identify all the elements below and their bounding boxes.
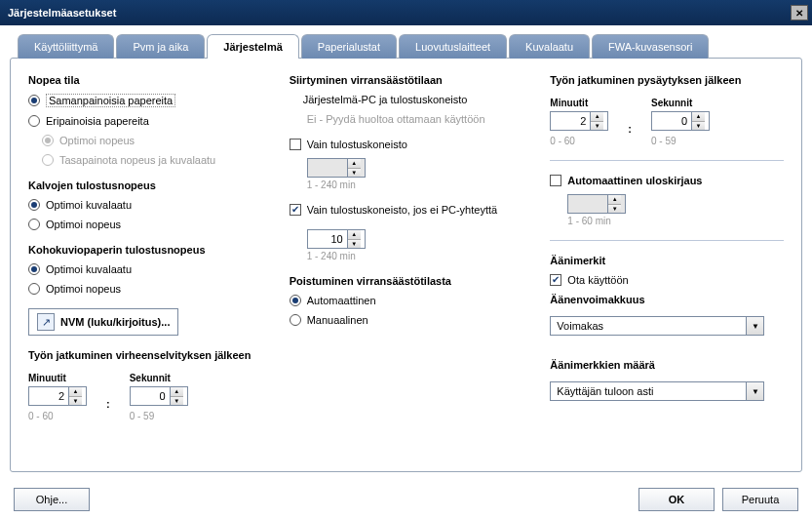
up-arrow-icon[interactable]: ▲: [171, 387, 183, 397]
up-arrow-icon: ▲: [608, 195, 621, 205]
fastmode-heading: Nopea tila: [28, 74, 262, 86]
radio-icon: [42, 135, 54, 146]
help-button[interactable]: Ohje...: [14, 488, 90, 511]
down-arrow-icon[interactable]: ▼: [171, 397, 183, 406]
exitps-opt1-label: Automaattinen: [307, 295, 376, 306]
ok-button[interactable]: OK: [638, 488, 715, 511]
chevron-down-icon[interactable]: ▼: [746, 317, 763, 335]
resume-stop-sec-input[interactable]: [652, 112, 691, 130]
tab-quality[interactable]: Kuvalaatu: [509, 34, 590, 59]
exitps-opt1[interactable]: Automaattinen: [290, 295, 523, 306]
emboss-opt2-label: Optimoi nopeus: [46, 283, 121, 295]
window-title: Järjestelmäasetukset: [4, 7, 791, 19]
volume-value: Voimakas: [551, 317, 746, 335]
resume-err-heading: Työn jatkuminen virheenselvityksen jälke…: [28, 349, 262, 361]
enterps-line2: Ei - Pyydä huoltoa ottamaan käyttöön: [307, 113, 523, 125]
min-label: Minuutit: [28, 373, 87, 383]
up-arrow-icon[interactable]: ▲: [348, 230, 361, 240]
tab-datetime[interactable]: Pvm ja aika: [116, 34, 205, 59]
nvm-label: NVM (luku/kirjoitus)...: [60, 316, 170, 328]
tab-output[interactable]: Luovutuslaitteet: [399, 34, 507, 59]
emboss-opt1[interactable]: Optimoi kuvalaatu: [28, 263, 262, 275]
resume-err-sec-spinner[interactable]: ▲▼: [130, 386, 188, 406]
trans-opt2[interactable]: Optimoi nopeus: [28, 219, 262, 230]
printonly-check[interactable]: Vain tulostuskoneisto: [290, 139, 523, 150]
enterps-line1: Järjestelmä-PC ja tulostuskoneisto: [303, 94, 523, 105]
checkbox-icon: ✔: [290, 204, 301, 216]
autologoff-spinner: ▲▼: [567, 194, 626, 214]
printonly-input: [308, 159, 347, 177]
up-arrow-icon[interactable]: ▲: [69, 387, 82, 397]
soundcount-dropdown[interactable]: Käyttäjän tuloon asti ▼: [550, 381, 764, 401]
col-left: Nopea tila Samanpainoisia papereita Erip…: [28, 72, 262, 458]
fastmode-opt1[interactable]: Samanpainoisia papereita: [28, 94, 262, 107]
radio-icon: [28, 283, 40, 295]
radio-icon: [28, 219, 40, 230]
sounds-enable-check[interactable]: ✔ Ota käyttöön: [550, 274, 784, 286]
footer: Ohje... OK Peruuta: [10, 478, 802, 511]
printnopc-check[interactable]: ✔ Vain tulostuskoneisto, jos ei PC-yhtey…: [290, 204, 523, 216]
tab-fwa[interactable]: FWA-kuvasensori: [592, 34, 709, 59]
close-icon[interactable]: ✕: [791, 5, 808, 20]
sec-label: Sekunnit: [130, 373, 188, 383]
autologoff-check[interactable]: Automaattinen uloskirjaus: [550, 175, 784, 186]
fastmode-sub2: Tasapainota nopeus ja kuvalaatu: [42, 154, 262, 166]
radio-icon: [28, 95, 40, 106]
trans-opt1[interactable]: Optimoi kuvalaatu: [28, 199, 262, 211]
resume-err-sec-input[interactable]: [131, 387, 170, 405]
printnopc-label: Vain tulostuskoneisto, jos ei PC-yhteytt…: [307, 204, 497, 216]
nvm-button[interactable]: ↗ NVM (luku/kirjoitus)...: [28, 308, 178, 336]
resume-err-min-input[interactable]: [29, 387, 68, 405]
time-colon: :: [628, 123, 632, 135]
down-arrow-icon[interactable]: ▼: [692, 122, 705, 131]
checkbox-icon: ✔: [550, 274, 561, 286]
resume-stop-min-spinner[interactable]: ▲▼: [550, 111, 608, 131]
tab-system[interactable]: Järjestelmä: [207, 34, 299, 59]
printonly-hint: 1 - 240 min: [307, 180, 523, 190]
divider: [550, 160, 784, 161]
soundcount-value: Käyttäjän tuloon asti: [551, 382, 746, 400]
resume-stop-heading: Työn jatkuminen pysäytyksen jälkeen: [550, 74, 784, 86]
autologoff-input: [568, 195, 607, 213]
autologoff-label: Automaattinen uloskirjaus: [567, 175, 702, 186]
resume-err-min-spinner[interactable]: ▲▼: [28, 386, 87, 406]
col-right: Työn jatkuminen pysäytyksen jälkeen Minu…: [550, 72, 784, 458]
tab-panel: Nopea tila Samanpainoisia papereita Erip…: [10, 58, 802, 472]
up-arrow-icon[interactable]: ▲: [692, 112, 705, 122]
resume-err-spinners: Minuutit ▲▼ 0 - 60 : Sekunnit ▲▼ 0 - 59: [28, 373, 262, 421]
printnopc-input[interactable]: [308, 230, 347, 248]
min-hint: 0 - 60: [550, 136, 608, 146]
exitps-opt2[interactable]: Manuaalinen: [290, 314, 523, 326]
sec-label: Sekunnit: [651, 98, 710, 108]
down-arrow-icon[interactable]: ▼: [69, 397, 82, 406]
exitps-heading: Poistuminen virransäästötilasta: [290, 275, 523, 287]
up-arrow-icon[interactable]: ▲: [591, 112, 603, 122]
chevron-down-icon[interactable]: ▼: [746, 382, 763, 400]
emboss-heading: Kohokuviopaperin tulostusnopeus: [28, 244, 262, 256]
fastmode-opt2[interactable]: Eripainoisia papereita: [28, 115, 262, 127]
fastmode-opt1-label: Samanpainoisia papereita: [46, 94, 175, 107]
resume-stop-sec-spinner[interactable]: ▲▼: [651, 111, 710, 131]
sec-hint: 0 - 59: [651, 136, 710, 146]
trans-opt2-label: Optimoi nopeus: [46, 219, 121, 230]
window-body: Käyttöliittymä Pvm ja aika Järjestelmä P…: [0, 25, 812, 519]
trans-opt1-label: Optimoi kuvalaatu: [46, 199, 132, 211]
radio-icon: [28, 263, 40, 275]
soundcount-label: Äänimerkkien määrä: [550, 359, 784, 371]
resume-stop-min-input[interactable]: [551, 112, 590, 130]
tab-trays[interactable]: Paperialustat: [301, 34, 397, 59]
time-colon: :: [106, 398, 110, 410]
down-arrow-icon: ▼: [608, 205, 621, 214]
fastmode-sub1-label: Optimoi nopeus: [59, 135, 135, 146]
down-arrow-icon[interactable]: ▼: [348, 240, 361, 249]
printonly-spinner: ▲▼: [307, 158, 366, 178]
cancel-button[interactable]: Peruuta: [722, 488, 798, 511]
emboss-opt1-label: Optimoi kuvalaatu: [46, 263, 132, 275]
tab-ui[interactable]: Käyttöliittymä: [18, 34, 114, 59]
volume-dropdown[interactable]: Voimakas ▼: [550, 316, 764, 336]
printnopc-spinner[interactable]: ▲▼: [307, 229, 366, 249]
sounds-heading: Äänimerkit: [550, 255, 784, 266]
down-arrow-icon: ▼: [348, 169, 361, 178]
down-arrow-icon[interactable]: ▼: [591, 122, 603, 131]
emboss-opt2[interactable]: Optimoi nopeus: [28, 283, 262, 295]
